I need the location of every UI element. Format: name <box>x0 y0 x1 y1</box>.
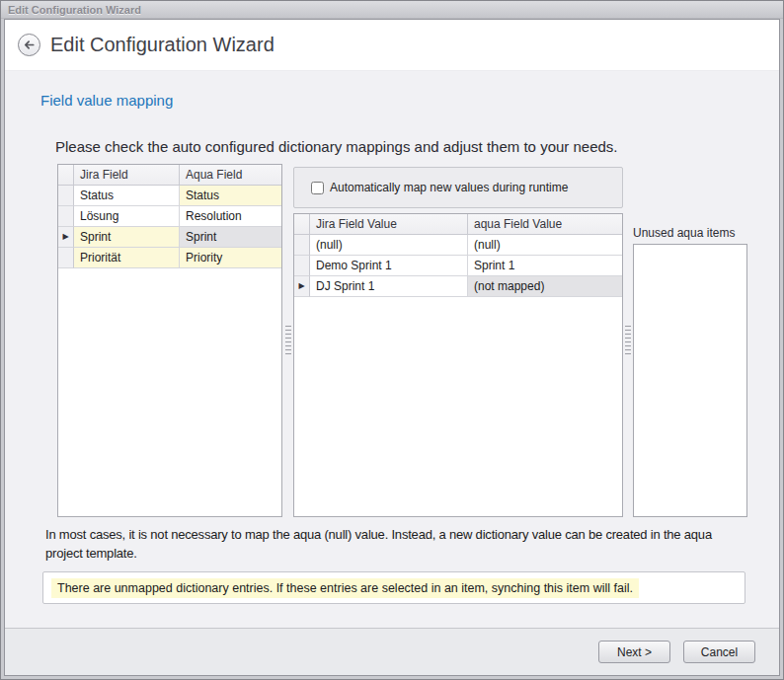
auto-map-checkbox[interactable] <box>311 182 324 194</box>
cancel-button[interactable]: Cancel <box>683 641 755 663</box>
back-button[interactable] <box>18 34 40 56</box>
splitter-grip-icon <box>625 326 631 355</box>
unused-items-panel: Unused aqua items <box>633 164 747 517</box>
unused-items-listbox[interactable] <box>633 244 747 517</box>
cell-jira-field[interactable]: Sprint <box>74 227 180 248</box>
selected-row-arrow-icon: ▶ <box>298 282 304 290</box>
cell-jira-field[interactable]: Status <box>74 186 180 206</box>
table-row[interactable]: (null) (null) <box>294 235 622 256</box>
cell-aqua-value[interactable]: (not mapped) <box>468 276 622 297</box>
page-title: Edit Configuration Wizard <box>50 34 274 56</box>
cell-aqua-field[interactable]: Resolution <box>180 206 281 227</box>
note-text: In most cases, it is not necessary to ma… <box>45 525 745 563</box>
column-header-aqua-field-value[interactable]: aqua Field Value <box>468 214 622 235</box>
field-mapping-grid: Jira Field Aqua Field Status Status Lösu… <box>57 164 282 517</box>
vertical-splitter[interactable] <box>282 164 293 517</box>
cell-aqua-field[interactable]: Status <box>180 186 281 206</box>
grid-header-row: Jira Field Aqua Field <box>58 165 281 186</box>
value-mapping-grid: Jira Field Value aqua Field Value (null)… <box>293 213 623 517</box>
wizard-header: Edit Configuration Wizard <box>5 20 779 71</box>
cell-jira-value[interactable]: (null) <box>310 235 468 256</box>
row-indicator-cell: ▶ <box>58 227 74 248</box>
warning-box: There are unmapped dictionary entries. I… <box>42 571 745 604</box>
mapping-area: Jira Field Aqua Field Status Status Lösu… <box>57 164 779 517</box>
cell-aqua-field[interactable]: Sprint <box>180 227 281 248</box>
row-indicator-cell <box>58 186 74 206</box>
grid-empty-area <box>294 297 622 516</box>
back-arrow-icon <box>22 38 37 52</box>
next-button[interactable]: Next > <box>598 641 670 663</box>
warning-text: There are unmapped dictionary entries. I… <box>51 578 639 598</box>
instruction-text: Please check the auto configured diction… <box>55 138 779 155</box>
table-row[interactable]: Priorität Priority <box>58 248 281 268</box>
grid-header-row: Jira Field Value aqua Field Value <box>294 214 622 235</box>
title-bar[interactable]: Edit Configuration Wizard <box>1 1 783 19</box>
cell-jira-value[interactable]: DJ Sprint 1 <box>310 276 468 297</box>
table-row[interactable]: Lösung Resolution <box>58 206 281 227</box>
vertical-splitter[interactable] <box>623 164 633 517</box>
button-bar: Next > Cancel <box>5 629 779 675</box>
row-indicator-cell <box>58 248 74 268</box>
splitter-grip-icon <box>285 326 291 355</box>
cell-aqua-value[interactable]: (null) <box>468 235 622 256</box>
wizard-page: Field value mapping Please check the aut… <box>5 71 779 629</box>
cell-jira-value[interactable]: Demo Sprint 1 <box>310 256 468 276</box>
window-title: Edit Configuration Wizard <box>8 4 141 16</box>
cell-jira-field[interactable]: Priorität <box>74 248 180 268</box>
cell-aqua-field[interactable]: Priority <box>180 248 281 268</box>
unused-items-label: Unused aqua items <box>633 226 747 240</box>
selected-row-arrow-icon: ▶ <box>62 233 68 241</box>
value-mapping-panel: Automatically map new values during runt… <box>293 164 623 517</box>
column-header-aqua-field[interactable]: Aqua Field <box>180 165 281 186</box>
table-row[interactable]: Demo Sprint 1 Sprint 1 <box>294 256 622 276</box>
indicator-column-header <box>294 214 310 235</box>
column-header-jira-field-value[interactable]: Jira Field Value <box>310 214 468 235</box>
section-heading: Field value mapping <box>40 92 779 109</box>
wizard-window: Edit Configuration Wizard Edit Configura… <box>0 0 784 680</box>
window-frame: Edit Configuration Wizard Field value ma… <box>4 19 780 676</box>
auto-map-panel: Automatically map new values during runt… <box>293 167 623 208</box>
row-indicator-cell: ▶ <box>294 276 310 297</box>
table-row-selected[interactable]: ▶ Sprint Sprint <box>58 227 281 248</box>
auto-map-label[interactable]: Automatically map new values during runt… <box>330 181 568 194</box>
table-row-selected[interactable]: ▶ DJ Sprint 1 (not mapped) <box>294 276 622 297</box>
cell-jira-field[interactable]: Lösung <box>74 206 180 227</box>
cell-aqua-value[interactable]: Sprint 1 <box>468 256 622 276</box>
indicator-column-header <box>58 165 74 186</box>
row-indicator-cell <box>294 235 310 256</box>
grid-empty-area <box>58 268 281 516</box>
row-indicator-cell <box>294 256 310 276</box>
table-row[interactable]: Status Status <box>58 186 281 206</box>
row-indicator-cell <box>58 206 74 227</box>
column-header-jira-field[interactable]: Jira Field <box>74 165 180 186</box>
